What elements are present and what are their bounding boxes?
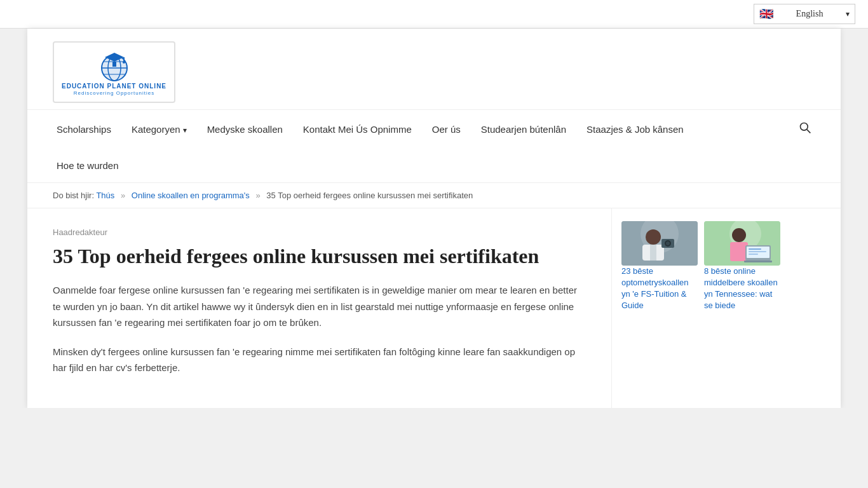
nav-link-kontakt[interactable]: Kontakt Mei Ús Opnimme — [293, 112, 422, 146]
nav-item-kategoryen[interactable]: Kategoryen — [121, 112, 197, 146]
sidebar-card-img-optometry — [621, 221, 698, 266]
svg-rect-30 — [749, 254, 758, 255]
search-icon — [799, 121, 811, 134]
content-wrapper: Haadredakteur 35 Top oerheid fergees onl… — [27, 208, 841, 408]
nav-item-kontakt[interactable]: Kontakt Mei Ús Opnimme — [293, 112, 422, 146]
sidebar-card-tennessee: 8 bêste online middelbere skoallen yn Te… — [704, 221, 780, 312]
article-title: 35 Top oerheid fergees online kursussen … — [53, 243, 586, 270]
site-wrapper: EDUCATION PLANET ONLINE Rediscovering Op… — [27, 29, 841, 408]
nav-item-scholarships[interactable]: Scholarships — [46, 112, 121, 146]
svg-rect-17 — [650, 245, 656, 261]
logo-text-top: EDUCATION PLANET ONLINE — [62, 83, 166, 90]
breadcrumb-sep-1: » — [121, 191, 125, 200]
nav-link-scholarships[interactable]: Scholarships — [46, 112, 121, 146]
nav-link-medyske[interactable]: Medyske skoallen — [197, 112, 293, 146]
search-button[interactable] — [789, 110, 822, 149]
nav-link-hoe[interactable]: Hoe te wurden — [46, 149, 129, 182]
article-intro-2: Minsken dy't fergees online kursussen fa… — [53, 344, 586, 376]
logo-text-bottom: Rediscovering Opportunities — [62, 90, 166, 97]
svg-point-9 — [123, 61, 125, 64]
svg-point-23 — [732, 228, 746, 242]
sidebar-card-optometry: 23 bêste optometryskoallen yn 'e FS-Tuit… — [621, 221, 698, 312]
svg-point-10 — [801, 123, 808, 130]
nav-item-oer[interactable]: Oer ús — [422, 112, 471, 146]
main-navigation: Scholarships Kategoryen Medyske skoallen… — [27, 109, 841, 183]
main-content: Haadredakteur 35 Top oerheid fergees onl… — [27, 208, 612, 408]
svg-point-14 — [646, 229, 661, 245]
logo-image: EDUCATION PLANET ONLINE Rediscovering Op… — [53, 41, 175, 103]
article-author: Haadredakteur — [53, 227, 586, 237]
language-selector[interactable]: 🇬🇧 English ▾ — [754, 4, 855, 24]
nav-search[interactable] — [789, 110, 822, 149]
breadcrumb-prefix: Do bist hjir: — [53, 191, 94, 200]
tennessee-image-svg — [704, 221, 780, 266]
flag-icon: 🇬🇧 — [759, 7, 773, 21]
sidebar: 23 bêste optometryskoallen yn 'e FS-Tuit… — [612, 208, 790, 408]
nav-link-oer[interactable]: Oer ús — [422, 112, 471, 146]
nav-item-staazjes[interactable]: Staazjes & Job kânsen — [576, 112, 694, 146]
breadcrumb-category[interactable]: Online skoallen en programma's — [132, 191, 250, 200]
nav-link-staazjes[interactable]: Staazjes & Job kânsen — [576, 112, 694, 146]
breadcrumb: Do bist hjir: Thús » Online skoallen en … — [27, 183, 841, 208]
nav-link-kategoryen[interactable]: Kategoryen — [121, 112, 197, 146]
article-intro-1: Oanmelde foar fergese online kursussen f… — [53, 282, 586, 331]
chevron-down-icon: ▾ — [846, 10, 850, 19]
sidebar-card-link-optometry[interactable]: 23 bêste optometryskoallen yn 'e FS-Tuit… — [621, 266, 698, 312]
nav-item-medyske[interactable]: Medyske skoallen — [197, 112, 293, 146]
svg-point-20 — [666, 241, 670, 245]
sidebar-cards: 23 bêste optometryskoallen yn 'e FS-Tuit… — [621, 221, 780, 312]
svg-line-11 — [807, 130, 810, 133]
svg-rect-24 — [730, 242, 748, 261]
site-logo[interactable]: EDUCATION PLANET ONLINE Rediscovering Op… — [53, 41, 175, 103]
svg-rect-28 — [749, 248, 761, 250]
breadcrumb-home[interactable]: Thús — [96, 191, 114, 200]
site-header: EDUCATION PLANET ONLINE Rediscovering Op… — [27, 29, 841, 109]
nav-list-second: Hoe te wurden — [46, 149, 822, 182]
nav-list: Scholarships Kategoryen Medyske skoallen… — [46, 110, 822, 149]
language-bar: 🇬🇧 English ▾ — [0, 0, 868, 29]
svg-rect-7 — [112, 62, 116, 67]
logo-svg — [95, 48, 133, 83]
sidebar-card-link-tennessee[interactable]: 8 bêste online middelbere skoallen yn Te… — [704, 266, 780, 312]
chevron-down-icon — [183, 124, 187, 135]
language-label: English — [796, 9, 824, 19]
svg-rect-27 — [744, 261, 772, 262]
sidebar-card-img-tennessee — [704, 221, 780, 266]
svg-rect-29 — [749, 251, 766, 252]
nav-item-hoe[interactable]: Hoe te wurden — [46, 149, 129, 182]
nav-item-studearjen[interactable]: Studearjen bútenlân — [471, 112, 576, 146]
nav-link-studearjen[interactable]: Studearjen bútenlân — [471, 112, 576, 146]
optometry-image-svg — [621, 221, 698, 266]
breadcrumb-current: 35 Top oerheid fergees online kursussen … — [266, 191, 473, 200]
breadcrumb-sep-2: » — [255, 191, 260, 200]
